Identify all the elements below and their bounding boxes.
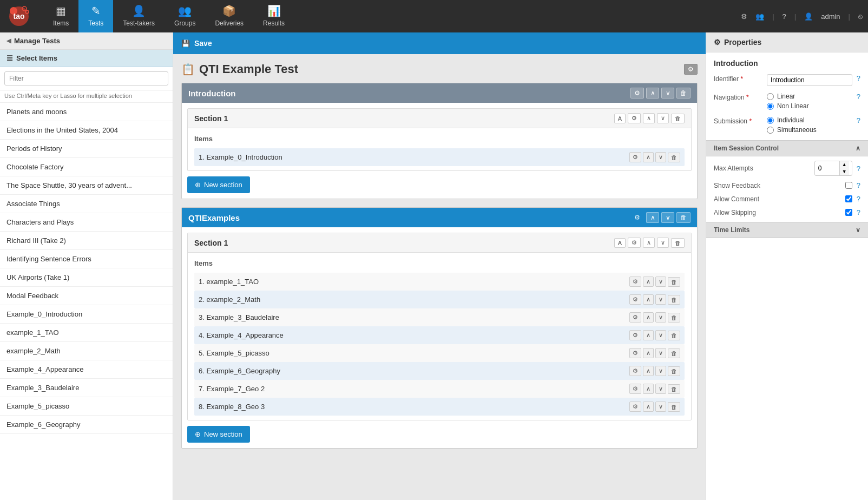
list-item[interactable]: Identifying Sentence Errors [0,250,173,268]
section-qti-1-down-button[interactable]: ∨ [657,238,669,248]
item-qti-8-delete-button[interactable]: 🗑 [668,402,680,412]
radio-linear[interactable]: Linear [767,93,852,100]
max-attempts-input[interactable] [815,163,839,174]
new-section-button[interactable]: ⊕ New section [187,176,250,193]
radio-linear-input[interactable] [767,93,774,100]
item-qti-8-up-button[interactable]: ∧ [643,402,654,412]
list-item[interactable]: example_1_TAO [0,324,173,342]
radio-individual-input[interactable] [767,117,774,124]
list-item[interactable]: Example_5_picasso [0,397,173,416]
radio-nonlinear-input[interactable] [767,103,774,110]
list-item[interactable]: Periods of History [0,140,173,158]
item-qti-3-up-button[interactable]: ∧ [643,312,654,323]
part-qtiexamples-down-button[interactable]: ∨ [661,212,674,223]
list-item[interactable]: Elections in the United States, 2004 [0,121,173,140]
item-qti-8-settings-button[interactable]: ⚙ [629,402,641,412]
section-intro-1-down-button[interactable]: ∨ [657,113,669,123]
list-item[interactable]: example_2_Math [0,342,173,360]
item-qti-6-delete-button[interactable]: 🗑 [668,366,680,376]
item-session-divider[interactable]: Item Session Control ∧ [706,140,868,156]
filter-input[interactable] [4,71,168,85]
part-introduction-delete-button[interactable]: 🗑 [676,88,691,98]
item-qti-6-up-button[interactable]: ∧ [643,366,654,376]
max-attempts-help-icon[interactable]: ? [857,165,860,173]
item-qti-4-delete-button[interactable]: 🗑 [668,331,680,340]
show-feedback-help-icon[interactable]: ? [857,181,860,189]
nav-item-items[interactable]: ▦ Items [43,0,78,32]
item-qti-1-down-button[interactable]: ∨ [655,277,666,287]
list-item[interactable]: Example_0_Introduction [0,305,173,324]
list-item[interactable]: Associate Things [0,195,173,213]
part-qtiexamples-settings-button[interactable]: ⚙ [630,212,644,223]
item-qti-4-up-button[interactable]: ∧ [643,330,654,340]
section-intro-1-delete-button[interactable]: 🗑 [671,114,685,123]
app-logo[interactable]: tao [5,4,32,28]
item-intro-1-delete-button[interactable]: 🗑 [668,153,680,162]
item-qti-7-down-button[interactable]: ∨ [655,384,666,394]
section-qti-1-delete-button[interactable]: 🗑 [671,238,685,248]
item-qti-4-down-button[interactable]: ∨ [655,330,666,340]
item-qti-2-up-button[interactable]: ∧ [643,294,654,305]
help-button[interactable]: ? [782,12,786,21]
item-qti-7-delete-button[interactable]: 🗑 [668,384,680,394]
list-item[interactable]: Characters and Plays [0,213,173,232]
item-intro-1-down-button[interactable]: ∨ [655,152,666,162]
item-qti-7-settings-button[interactable]: ⚙ [629,384,641,394]
item-qti-1-up-button[interactable]: ∧ [643,277,654,287]
item-intro-1-settings-button[interactable]: ⚙ [629,152,641,162]
submission-help-icon[interactable]: ? [857,116,860,124]
item-qti-3-down-button[interactable]: ∨ [655,312,666,323]
item-qti-2-down-button[interactable]: ∨ [655,294,666,305]
item-qti-5-settings-button[interactable]: ⚙ [629,348,641,358]
item-qti-3-delete-button[interactable]: 🗑 [668,313,680,323]
allow-comment-checkbox[interactable] [845,195,852,202]
item-qti-1-delete-button[interactable]: 🗑 [668,277,680,287]
list-item[interactable]: The Space Shuttle, 30 years of advent... [0,176,173,195]
part-introduction-up-button[interactable]: ∧ [646,88,659,98]
list-item[interactable]: Chocolate Factory [0,158,173,176]
item-qti-2-settings-button[interactable]: ⚙ [629,294,641,305]
nav-item-results[interactable]: 📊 Results [253,0,294,32]
navigation-help-icon[interactable]: ? [857,93,860,101]
list-item[interactable]: Example_6_Geography [0,416,173,434]
item-intro-1-up-button[interactable]: ∧ [643,152,654,162]
nav-item-test-takers[interactable]: 👤 Test-takers [113,0,165,32]
user-label[interactable]: admin [821,12,840,21]
list-item[interactable]: Example_3_Baudelaire [0,379,173,397]
time-limits-divider[interactable]: Time Limits ∨ [706,222,868,238]
item-qti-3-settings-button[interactable]: ⚙ [629,312,641,323]
radio-simultaneous[interactable]: Simultaneous [767,126,852,134]
section-intro-1-up-button[interactable]: ∧ [643,113,655,123]
item-qti-5-up-button[interactable]: ∧ [643,348,654,358]
section-qti-1-settings-button[interactable]: ⚙ [628,238,641,248]
nav-item-deliveries[interactable]: 📦 Deliveries [205,0,253,32]
test-settings-button[interactable]: ⚙ [684,64,698,75]
show-feedback-checkbox[interactable] [845,182,852,189]
radio-individual[interactable]: Individual [767,116,852,124]
section-qti-1-text-button[interactable]: A [614,238,626,248]
radio-simultaneous-input[interactable] [767,127,774,134]
section-intro-1-settings-button[interactable]: ⚙ [628,113,641,123]
section-qti-1-up-button[interactable]: ∧ [643,238,655,248]
item-qti-2-delete-button[interactable]: 🗑 [668,295,680,305]
sidebar-back-header[interactable]: ◀ Manage Tests [0,32,173,50]
list-item[interactable]: Example_4_Appearance [0,360,173,379]
part-introduction-down-button[interactable]: ∨ [661,88,674,98]
logout-icon[interactable]: ⎋ [858,12,863,21]
settings-icon[interactable]: ⚙ [741,12,747,21]
part-qtiexamples-up-button[interactable]: ∧ [646,212,659,223]
item-qti-7-up-button[interactable]: ∧ [643,384,654,394]
nav-item-groups[interactable]: 👥 Groups [165,0,205,32]
item-qti-4-settings-button[interactable]: ⚙ [629,330,641,340]
list-item[interactable]: Planets and moons [0,103,173,121]
new-section-button-2[interactable]: ⊕ New section [187,426,250,443]
section-intro-1-text-button[interactable]: A [614,114,626,123]
users-icon[interactable]: 👥 [755,12,764,21]
list-item[interactable]: Modal Feedback [0,287,173,305]
item-qti-8-down-button[interactable]: ∨ [655,402,666,412]
radio-nonlinear[interactable]: Non Linear [767,102,852,110]
allow-skipping-help-icon[interactable]: ? [857,208,860,216]
item-qti-5-down-button[interactable]: ∨ [655,348,666,358]
nav-item-tests[interactable]: ✎ Tests [78,0,113,32]
identifier-help-icon[interactable]: ? [857,74,860,82]
